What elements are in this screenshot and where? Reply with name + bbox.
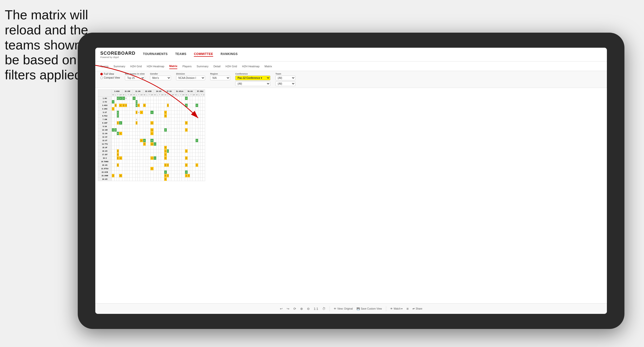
team-select2[interactable]: (All) bbox=[275, 81, 295, 86]
cell bbox=[179, 100, 182, 104]
cell bbox=[198, 104, 200, 107]
redo-icon[interactable]: ↪ bbox=[287, 307, 289, 311]
subtab-h2hgrid2[interactable]: H2H Grid bbox=[225, 64, 237, 69]
cell bbox=[175, 178, 177, 181]
cell bbox=[125, 149, 127, 153]
cell bbox=[140, 128, 143, 132]
cell bbox=[182, 142, 185, 146]
cell bbox=[182, 163, 185, 167]
cell bbox=[192, 125, 195, 128]
cell bbox=[169, 163, 171, 167]
cell bbox=[129, 142, 133, 146]
cell bbox=[161, 153, 164, 156]
cell bbox=[182, 100, 185, 104]
cell bbox=[175, 142, 177, 146]
cell bbox=[169, 146, 171, 149]
cell bbox=[158, 121, 161, 125]
cell bbox=[169, 142, 171, 146]
logo-subtitle: Powered by clippd bbox=[100, 56, 135, 59]
gender-select[interactable]: Men's Women's bbox=[150, 76, 171, 80]
subtab-h2hgrid[interactable]: H2H Grid bbox=[130, 64, 142, 69]
division-select[interactable]: NCAA Division I NCAA Division II bbox=[176, 76, 205, 80]
cell bbox=[129, 125, 133, 128]
subtab-teams[interactable]: Teams bbox=[100, 64, 108, 69]
nav-teams[interactable]: TEAMS bbox=[175, 52, 187, 57]
nav-committee[interactable]: COMMITTEE bbox=[194, 52, 213, 57]
full-view-radio[interactable] bbox=[100, 73, 103, 75]
cell bbox=[182, 146, 185, 149]
undo-icon[interactable]: ↩ bbox=[280, 307, 283, 311]
cell bbox=[146, 160, 148, 163]
save-custom-btn[interactable]: 💾 Save Custom View bbox=[357, 307, 382, 310]
conference-select[interactable]: Pac-12 Conference ▾ (All) ACC Big Ten bbox=[235, 76, 270, 80]
cell bbox=[133, 178, 135, 181]
cell bbox=[175, 156, 177, 160]
cell bbox=[122, 178, 125, 181]
subtab-summary[interactable]: Summary bbox=[113, 64, 125, 69]
refresh-icon[interactable]: ⟳ bbox=[293, 307, 296, 311]
cell bbox=[122, 114, 125, 118]
cell bbox=[158, 107, 161, 111]
share-btn[interactable]: ⇄ Share bbox=[413, 307, 422, 310]
sh-asu-w: W bbox=[112, 93, 115, 97]
cell bbox=[195, 149, 198, 153]
max-teams-select[interactable]: Top 25 Top 50 All bbox=[125, 76, 145, 80]
subtab-detail[interactable]: Detail bbox=[213, 64, 220, 69]
cell bbox=[143, 170, 146, 174]
cell bbox=[146, 163, 148, 167]
cell bbox=[115, 167, 117, 170]
cell bbox=[138, 139, 140, 142]
cell bbox=[127, 156, 129, 160]
matrix-area[interactable]: 3. ASU 10. UW 11. UA 22. UCB 24. UO 27. … bbox=[95, 88, 607, 303]
cell bbox=[129, 139, 133, 142]
conference-select2[interactable]: (All) bbox=[235, 81, 270, 86]
subtab-matrix2[interactable]: Matrix bbox=[265, 64, 272, 69]
watch-btn[interactable]: 👁 Watch ▾ bbox=[390, 307, 403, 310]
compact-view-radio[interactable] bbox=[100, 77, 103, 79]
cell bbox=[146, 104, 148, 107]
cell bbox=[146, 111, 148, 114]
view-original-btn[interactable]: 👁 View: Original bbox=[334, 307, 353, 310]
zoom-out-icon[interactable]: ⊖ bbox=[307, 307, 310, 311]
subtab-summary2[interactable]: Summary bbox=[197, 64, 208, 69]
cell bbox=[182, 121, 185, 125]
row-header-0: 1. AU bbox=[98, 97, 112, 100]
subtab-players[interactable]: Players bbox=[182, 64, 192, 69]
cell: 2 bbox=[143, 142, 146, 146]
cell bbox=[188, 170, 190, 174]
cell bbox=[200, 163, 203, 167]
subtab-matrix[interactable]: Matrix bbox=[169, 64, 177, 69]
cell bbox=[177, 132, 180, 135]
cell: 0 bbox=[117, 163, 119, 167]
team-select[interactable]: (All) bbox=[275, 76, 295, 80]
cell bbox=[188, 97, 190, 100]
cell bbox=[192, 142, 195, 146]
grid-btn[interactable]: ⊞ bbox=[407, 307, 409, 310]
timer-icon[interactable]: ⏱ bbox=[322, 307, 326, 311]
full-view-option[interactable]: Full View bbox=[100, 73, 120, 75]
cell bbox=[175, 97, 177, 100]
cell bbox=[169, 160, 171, 163]
sh-ucla-d: Dif bbox=[182, 93, 185, 97]
team-label: Team bbox=[275, 73, 295, 75]
cell bbox=[203, 156, 205, 160]
cell bbox=[167, 111, 169, 114]
cell bbox=[146, 146, 148, 149]
compact-view-option[interactable]: Compact View bbox=[100, 76, 120, 79]
zoom-1-1-icon[interactable]: 1:1 bbox=[314, 307, 318, 311]
cell bbox=[117, 100, 119, 104]
nav-rankings[interactable]: RANKINGS bbox=[221, 52, 238, 57]
subtab-h2hheatmap[interactable]: H2H Heatmap bbox=[147, 64, 164, 69]
cell bbox=[150, 146, 153, 149]
cell bbox=[175, 132, 177, 135]
zoom-fit-icon[interactable]: ⊕ bbox=[300, 307, 303, 311]
cell bbox=[175, 114, 177, 118]
region-select[interactable]: N/A East West bbox=[210, 76, 230, 80]
nav-tournaments[interactable]: TOURNAMENTS bbox=[143, 52, 168, 57]
cell bbox=[148, 114, 150, 118]
cell bbox=[143, 107, 146, 111]
subtab-h2hheatmap2[interactable]: H2H Heatmap bbox=[242, 64, 260, 69]
cell bbox=[198, 142, 200, 146]
cell: 0 bbox=[119, 104, 122, 107]
cell bbox=[177, 146, 180, 149]
